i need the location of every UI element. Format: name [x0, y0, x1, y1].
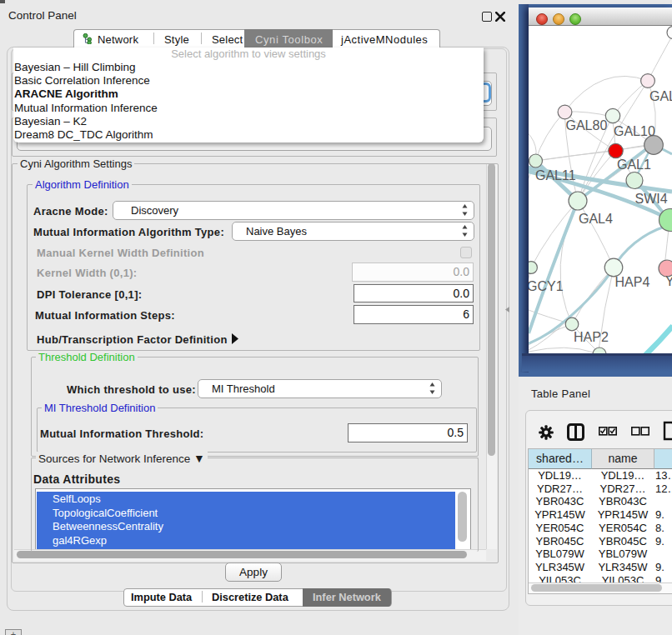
svg-text:GAL4: GAL4: [579, 212, 613, 226]
svg-text:HAP4: HAP4: [615, 275, 650, 289]
svg-text:GAL11: GAL11: [535, 168, 576, 182]
svg-text:GAL1: GAL1: [617, 158, 651, 172]
svg-text:HAP2: HAP2: [574, 330, 609, 344]
svg-text:Y: Y: [665, 274, 672, 288]
svg-text:GCY1: GCY1: [529, 279, 564, 293]
svg-text:SWI4: SWI4: [635, 192, 668, 206]
svg-text:GAL10: GAL10: [614, 124, 655, 138]
svg-text:GAL7: GAL7: [649, 89, 672, 103]
svg-text:GAL80: GAL80: [566, 118, 608, 132]
